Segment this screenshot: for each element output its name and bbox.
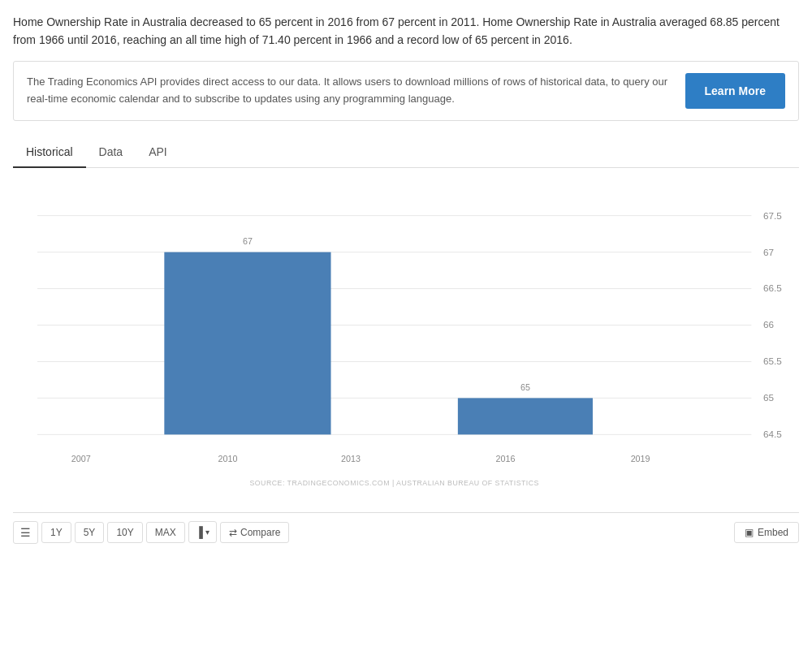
tab-data[interactable]: Data — [86, 137, 136, 168]
compare-label: Compare — [240, 527, 280, 538]
bar-chart-icon: ▐ — [196, 526, 203, 538]
bar-2011 — [164, 252, 330, 434]
svg-text:67: 67 — [243, 236, 253, 246]
toolbar: ☰ 1Y 5Y 10Y MAX ▐ ▾ ⇄ Compare ▣ Embed — [13, 512, 799, 552]
tab-historical[interactable]: Historical — [13, 137, 86, 168]
embed-icon: ▣ — [745, 527, 754, 538]
svg-text:2010: 2010 — [218, 453, 238, 463]
svg-text:2007: 2007 — [71, 453, 91, 463]
svg-text:64.5: 64.5 — [763, 429, 782, 439]
learn-more-button[interactable]: Learn More — [685, 73, 785, 109]
svg-text:65: 65 — [520, 382, 530, 391]
toolbar-compare-button[interactable]: ⇄ Compare — [220, 522, 289, 543]
toolbar-chart-type-button[interactable]: ▐ ▾ — [188, 521, 217, 543]
svg-text:2019: 2019 — [631, 453, 650, 463]
svg-text:66.5: 66.5 — [763, 282, 782, 293]
description-text: Home Ownership Rate in Australia decreas… — [13, 13, 799, 50]
svg-text:65: 65 — [763, 392, 775, 403]
bar-2016 — [458, 398, 593, 434]
svg-text:67: 67 — [763, 246, 774, 257]
svg-text:66: 66 — [763, 319, 774, 330]
svg-text:65.5: 65.5 — [763, 356, 782, 366]
api-banner: The Trading Economics API provides direc… — [13, 61, 799, 121]
tabs-container: Historical Data API — [13, 137, 799, 168]
tab-api[interactable]: API — [136, 137, 180, 168]
chart-svg: 67.5 67 66.5 66 65.5 65 64.5 67 65 2007 … — [37, 184, 799, 501]
chevron-down-icon: ▾ — [205, 528, 209, 537]
toolbar-10y-button[interactable]: 10Y — [107, 522, 142, 543]
api-banner-text: The Trading Economics API provides direc… — [27, 74, 669, 108]
toolbar-1y-button[interactable]: 1Y — [41, 522, 71, 543]
toolbar-max-button[interactable]: MAX — [146, 522, 185, 543]
chart-area: 67.5 67 66.5 66 65.5 65 64.5 67 65 2007 … — [13, 168, 799, 509]
embed-label: Embed — [758, 527, 788, 538]
svg-text:SOURCE: TRADINGECONOMICS.COM |: SOURCE: TRADINGECONOMICS.COM | AUSTRALIA… — [249, 479, 539, 487]
toolbar-list-icon-button[interactable]: ☰ — [13, 521, 38, 544]
compare-icon: ⇄ — [229, 527, 237, 538]
svg-text:2013: 2013 — [341, 453, 361, 463]
toolbar-5y-button[interactable]: 5Y — [75, 522, 105, 543]
svg-text:67.5: 67.5 — [763, 209, 782, 220]
toolbar-embed-button[interactable]: ▣ Embed — [734, 522, 799, 543]
svg-text:2016: 2016 — [496, 453, 516, 463]
